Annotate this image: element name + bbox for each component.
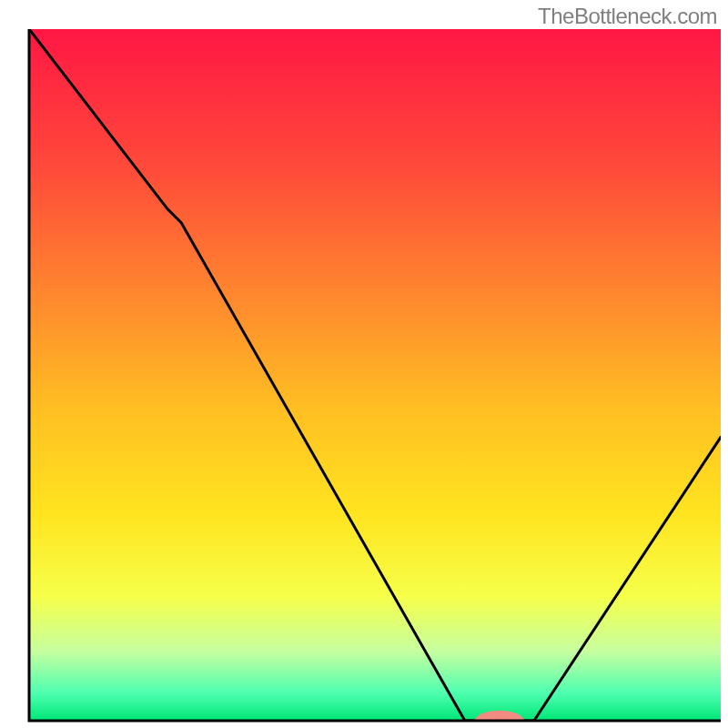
attribution-label: TheBottleneck.com: [538, 4, 717, 29]
gradient-background: [29, 29, 721, 721]
bottleneck-chart: [0, 0, 728, 728]
